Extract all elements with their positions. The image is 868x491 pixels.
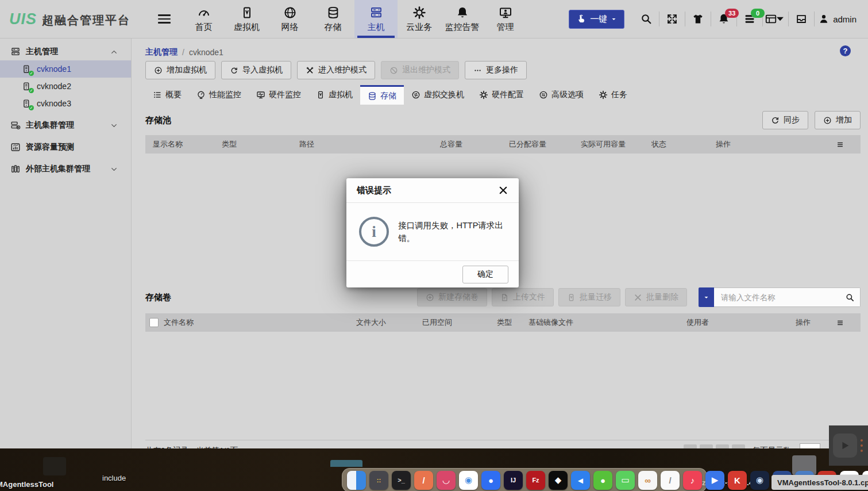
nav-label: 管理 bbox=[497, 22, 514, 33]
sync-icon bbox=[771, 116, 780, 125]
column-header[interactable]: 类型 bbox=[222, 139, 299, 149]
column-header[interactable]: 实际可用容量 bbox=[581, 139, 651, 149]
sidebar-item-cvknode2[interactable]: ✓ cvknode2 bbox=[0, 78, 131, 95]
column-header[interactable]: 基础镜像文件 bbox=[528, 317, 686, 328]
import-vm-button[interactable]: 导入虚拟机 bbox=[221, 61, 291, 79]
add-button[interactable]: 增加 bbox=[815, 111, 861, 129]
sync-button[interactable]: 同步 bbox=[762, 111, 808, 129]
sidebar-group-host-management[interactable]: 主机管理 bbox=[0, 43, 131, 60]
dock-icon-filezilla[interactable]: Fz bbox=[526, 471, 545, 490]
tab-storage[interactable]: 存储 bbox=[360, 85, 404, 105]
dock-icon-music[interactable]: ♪ bbox=[683, 471, 702, 490]
dock-icon-editor-orange[interactable]: / bbox=[414, 471, 433, 490]
menu-toggle-icon[interactable] bbox=[158, 14, 171, 24]
dock-icon-chrome[interactable]: ◉ bbox=[459, 471, 478, 490]
sidebar-item-capacity-forecast[interactable]: 资源容量预测 bbox=[0, 139, 131, 156]
dock-icon-wechat[interactable]: ● bbox=[593, 471, 612, 490]
tab-vm[interactable]: 虚拟机 bbox=[308, 85, 360, 105]
column-header[interactable]: 路径 bbox=[299, 139, 440, 149]
tab-hardware-config[interactable]: 硬件配置 bbox=[472, 85, 531, 105]
sidebar-item-cvknode1[interactable]: ✓ cvknode1 bbox=[0, 60, 131, 78]
column-header[interactable]: 已用空间 bbox=[422, 317, 497, 328]
sidebar-item-label: cvknode3 bbox=[37, 99, 71, 108]
search-filter-dropdown[interactable] bbox=[699, 287, 714, 307]
column-header[interactable]: 总容量 bbox=[440, 139, 509, 149]
tab-tasks[interactable]: 任务 bbox=[591, 85, 635, 105]
help-icon[interactable]: ? bbox=[840, 45, 851, 56]
nav-item-monitor-alarm[interactable]: 监控告警 bbox=[441, 0, 484, 38]
one-click-button[interactable]: 一键 bbox=[569, 10, 624, 29]
user-menu[interactable]: admin bbox=[815, 13, 860, 25]
close-icon[interactable] bbox=[498, 185, 508, 195]
dock-icon-black-box[interactable]: ◆ bbox=[549, 471, 568, 490]
column-header[interactable]: 文件名称 bbox=[164, 317, 356, 328]
dock-icon-notes[interactable]: / bbox=[661, 471, 680, 490]
dock-icon-intellij[interactable]: IJ bbox=[504, 471, 523, 490]
nav-item-management[interactable]: 管理 bbox=[484, 0, 527, 38]
assistant-icon[interactable] bbox=[833, 434, 857, 458]
nav-item-home[interactable]: 首页 bbox=[182, 0, 225, 38]
sidebar-group-host-cluster[interactable]: 主机集群管理 bbox=[0, 117, 131, 134]
column-header[interactable]: 显示名称 bbox=[145, 139, 222, 149]
ok-button[interactable]: 确定 bbox=[462, 266, 508, 283]
sidebar-item-cvknode3[interactable]: ✓ cvknode3 bbox=[0, 95, 131, 112]
dock-icon-k-red[interactable]: K bbox=[728, 471, 747, 490]
inbox-button[interactable] bbox=[789, 7, 814, 30]
add-vm-button[interactable]: 增加虚拟机 bbox=[145, 61, 215, 79]
search-button[interactable] bbox=[634, 7, 659, 30]
nav-item-host[interactable]: 主机 bbox=[354, 0, 398, 38]
search-input[interactable] bbox=[714, 288, 860, 306]
chevron-down-icon bbox=[110, 166, 118, 173]
dock-icon-messages[interactable]: ▭ bbox=[616, 471, 635, 490]
tab-advanced-options[interactable]: 高级选项 bbox=[531, 85, 591, 105]
column-header[interactable]: 文件大小 bbox=[356, 317, 422, 328]
dock-icon-terminal[interactable]: >_ bbox=[392, 471, 411, 490]
task-list-button[interactable]: 0 bbox=[737, 7, 762, 30]
dock-icon-map-pin[interactable]: ● bbox=[481, 471, 500, 490]
nav-item-vm[interactable]: 虚拟机 bbox=[225, 0, 268, 38]
column-header[interactable]: 类型 bbox=[497, 317, 528, 328]
tab-hardware-monitor[interactable]: 硬件监控 bbox=[249, 85, 308, 105]
desktop-icon bbox=[43, 457, 66, 475]
column-settings-icon[interactable] bbox=[836, 140, 844, 149]
fullscreen-button[interactable] bbox=[659, 7, 685, 30]
batch-migrate-button: 批量迁移 bbox=[558, 288, 620, 306]
select-all-checkbox[interactable] bbox=[149, 318, 159, 327]
column-header[interactable]: 操作 bbox=[796, 317, 861, 328]
view-switch-button[interactable] bbox=[763, 7, 788, 30]
dock-icon-steam[interactable]: ◉ bbox=[750, 471, 769, 490]
assistant-drag-handle[interactable] bbox=[861, 439, 863, 452]
dock-icon-vscode[interactable]: ◄ bbox=[571, 471, 590, 490]
list-icon bbox=[153, 90, 162, 99]
logo-title: 超融合管理平台 bbox=[42, 13, 130, 28]
column-header[interactable]: 已分配容量 bbox=[509, 139, 581, 149]
plus-circle-icon bbox=[154, 66, 163, 75]
enter-maintenance-button[interactable]: 进入维护模式 bbox=[297, 61, 375, 79]
tab-label: 虚拟交换机 bbox=[424, 90, 464, 100]
sidebar-group-external-cluster[interactable]: 外部主机集群管理 bbox=[0, 160, 131, 178]
column-header[interactable]: 使用者 bbox=[686, 317, 796, 328]
column-header[interactable]: 状态 bbox=[651, 139, 716, 149]
column-settings-icon[interactable] bbox=[836, 319, 844, 327]
tab-performance-monitor[interactable]: 性能监控 bbox=[189, 85, 249, 105]
storage-volume-actions: 新建存储卷 上传文件 批量迁移 批量删除 bbox=[417, 287, 861, 307]
tab-virtual-switch[interactable]: 虚拟交换机 bbox=[404, 85, 472, 105]
search-icon[interactable] bbox=[845, 293, 855, 302]
switch-icon bbox=[411, 90, 421, 99]
more-operations-button[interactable]: 更多操作 bbox=[465, 61, 527, 79]
nav-item-storage[interactable]: 存储 bbox=[311, 0, 354, 38]
breadcrumb-root[interactable]: 主机管理 bbox=[145, 47, 178, 57]
plus-circle-icon bbox=[823, 116, 832, 125]
alarm-button[interactable]: 33 bbox=[711, 7, 736, 30]
nav-item-cloud-service[interactable]: 云业务 bbox=[398, 0, 441, 38]
tab-overview[interactable]: 概要 bbox=[145, 85, 189, 105]
new-volume-button: 新建存储卷 bbox=[417, 288, 487, 306]
theme-button[interactable] bbox=[685, 7, 711, 30]
tab-label: 硬件监控 bbox=[269, 90, 301, 100]
dock-icon-navicat[interactable]: ∞ bbox=[638, 471, 657, 490]
dock-icon-finder[interactable] bbox=[347, 471, 366, 490]
dock-icon-app-pink[interactable]: ◡ bbox=[437, 471, 456, 490]
nav-item-network[interactable]: 网络 bbox=[268, 0, 311, 38]
dock-icon-bird-blue[interactable]: ▶ bbox=[705, 471, 724, 490]
dock-icon-launchpad[interactable]: :: bbox=[369, 471, 388, 490]
